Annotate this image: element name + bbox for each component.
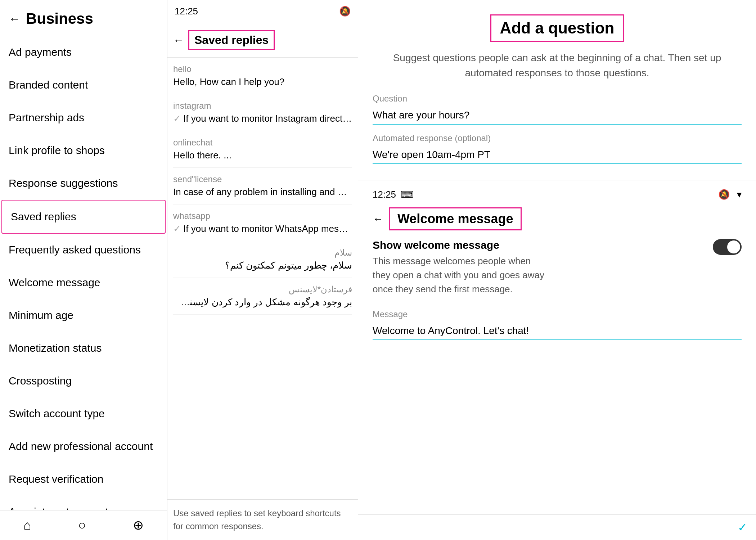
reply-text: In case of any problem in installing and…	[173, 186, 352, 198]
home-icon[interactable]: ⌂	[23, 518, 31, 533]
show-welcome-desc: This message welcomes people when they o…	[373, 254, 545, 296]
replies-footer: Use saved replies to set keyboard shortc…	[167, 499, 358, 540]
reply-keyword: whatsapp	[173, 211, 352, 221]
reply-item[interactable]: onlinechatHello there. ...	[173, 131, 352, 168]
reply-keyword: onlinechat	[173, 138, 352, 148]
welcome-back-icon[interactable]: ←	[373, 213, 383, 225]
sidebar-item-add-new-professional-account[interactable]: Add new professional account	[0, 430, 167, 463]
wifi-icon: ▾	[737, 189, 742, 200]
welcome-time: 12:25	[373, 189, 396, 200]
reply-keyword: send"license	[173, 174, 352, 184]
reply-keyword: hello	[173, 64, 352, 74]
middle-header: ← Saved replies	[167, 23, 358, 58]
add-question-description: Suggest questions people can ask at the …	[373, 50, 742, 81]
keyboard-icon: ⌨	[400, 189, 414, 200]
middle-bell-icon: 🔕	[339, 6, 351, 17]
response-input[interactable]	[373, 146, 742, 164]
middle-panel: 12:25 🔕 ← Saved replies helloHello, How …	[167, 0, 358, 540]
sidebar-item-link-profile-to-shops[interactable]: Link profile to shops	[0, 134, 167, 167]
sidebar-item-switch-account-type[interactable]: Switch account type	[0, 397, 167, 430]
sidebar-item-crossposting[interactable]: Crossposting	[0, 365, 167, 397]
welcome-message-title: Welcome message	[389, 207, 522, 230]
page-title: Business	[26, 10, 93, 27]
reply-keyword: سلام	[173, 248, 352, 258]
replies-footer-text: Use saved replies to set keyboard shortc…	[173, 508, 341, 531]
right-bottom-bar: ✓	[358, 514, 756, 540]
welcome-header: ← Welcome message	[373, 207, 742, 230]
add-question-section: Add a question Suggest questions people …	[358, 0, 756, 180]
checkmark-icon[interactable]: ✓	[738, 521, 747, 534]
reply-item[interactable]: helloHello, How can I help you?	[173, 58, 352, 94]
left-panel: ← Business Ad paymentsBranded contentPar…	[0, 0, 167, 540]
welcome-section: 12:25 ⌨ 🔕 ▾ ← Welcome message Show welco…	[358, 180, 756, 347]
add-question-title: Add a question	[490, 14, 624, 42]
response-form-group: Automated response (optional)	[373, 133, 742, 164]
add-icon[interactable]: ⊕	[133, 518, 144, 533]
reply-keyword: فرستادن*لایسنس	[173, 284, 352, 294]
sidebar-item-welcome-message[interactable]: Welcome message	[0, 266, 167, 299]
left-bottom-bar: ⌂ ○ ⊕	[0, 510, 167, 540]
bell-off-icon: 🔕	[718, 189, 730, 200]
response-label: Automated response (optional)	[373, 133, 742, 143]
sidebar-item-branded-content[interactable]: Branded content	[0, 69, 167, 102]
reply-text: Hello there. ...	[173, 150, 352, 161]
search-icon[interactable]: ○	[78, 518, 86, 533]
reply-item[interactable]: instagram✓If you want to monitor Instagr…	[173, 94, 352, 131]
question-form-group: Question	[373, 94, 742, 125]
question-label: Question	[373, 94, 742, 104]
middle-time: 12:25	[175, 6, 198, 17]
saved-replies-title: Saved replies	[188, 30, 275, 50]
sidebar-item-saved-replies[interactable]: Saved replies	[1, 200, 166, 234]
show-welcome-title: Show welcome message	[373, 239, 706, 251]
left-nav: Ad paymentsBranded contentPartnership ad…	[0, 36, 167, 510]
message-input[interactable]	[373, 322, 742, 340]
reply-item[interactable]: سلامسلام، چطور میتونم کمکتون کنم؟	[173, 241, 352, 278]
reply-text: ✓If you want to monitor Instagram direct…	[173, 113, 352, 124]
sidebar-item-response-suggestions[interactable]: Response suggestions	[0, 167, 167, 200]
sidebar-item-frequently-asked-questions[interactable]: Frequently asked questions	[0, 234, 167, 266]
message-form-group: Message	[373, 309, 742, 340]
sidebar-item-request-verification[interactable]: Request verification	[0, 463, 167, 496]
reply-item[interactable]: فرستادن*لایسنسبر وجود هرگونه مشکل در وار…	[173, 278, 352, 315]
reply-keyword: instagram	[173, 101, 352, 111]
show-welcome-row: Show welcome message This message welcom…	[373, 239, 742, 296]
reply-text: Hello, How can I help you?	[173, 76, 352, 87]
sidebar-item-minimum-age[interactable]: Minimum age	[0, 299, 167, 332]
right-panel: Add a question Suggest questions people …	[358, 0, 756, 540]
welcome-toggle[interactable]	[713, 239, 742, 255]
reply-text: بر وجود هرگونه مشکل در وارد کردن لایسنس …	[173, 297, 352, 308]
message-label: Message	[373, 309, 742, 319]
sidebar-item-appointment-requests[interactable]: Appointment requests	[0, 496, 167, 510]
middle-back-icon[interactable]: ←	[173, 34, 184, 46]
reply-item[interactable]: send"licenseIn case of any problem in in…	[173, 168, 352, 204]
middle-top-bar: 12:25 🔕	[167, 0, 358, 23]
reply-item[interactable]: whatsapp✓If you want to monitor WhatsApp…	[173, 204, 352, 241]
sidebar-item-ad-payments[interactable]: Ad payments	[0, 36, 167, 69]
back-icon[interactable]: ←	[9, 12, 20, 26]
sidebar-item-partnership-ads[interactable]: Partnership ads	[0, 102, 167, 134]
reply-text: سلام، چطور میتونم کمکتون کنم؟	[173, 260, 352, 271]
add-question-header: Add a question	[373, 14, 742, 42]
left-header: ← Business	[0, 0, 167, 36]
question-input[interactable]	[373, 107, 742, 125]
right-content: Add a question Suggest questions people …	[358, 0, 756, 514]
toggle-info: Show welcome message This message welcom…	[373, 239, 706, 296]
replies-list: helloHello, How can I help you?instagram…	[167, 58, 358, 499]
sidebar-item-monetization-status[interactable]: Monetization status	[0, 332, 167, 365]
right-top-icons: 🔕 ▾	[718, 189, 742, 200]
reply-text: ✓If you want to monitor WhatsApp message…	[173, 223, 352, 234]
